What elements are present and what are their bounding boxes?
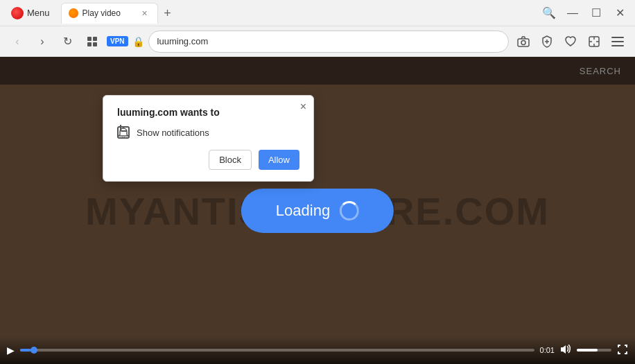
new-tab-button[interactable]: + <box>158 4 177 24</box>
tab-title: Play video <box>82 8 135 18</box>
title-bar: Menu Play video × + 🔍 — ☐ ✕ <box>0 0 635 26</box>
nav-bar: ‹ › ↻ VPN 🔒 luuming.com <box>0 26 635 57</box>
allow-button[interactable]: Allow <box>259 150 299 170</box>
menu-label: Menu <box>27 8 50 18</box>
svg-rect-1 <box>93 37 97 41</box>
play-button[interactable]: ▶ <box>7 345 15 356</box>
browser-window: Menu Play video × + 🔍 — ☐ ✕ ‹ › ↻ <box>0 0 635 364</box>
notification-icon <box>117 126 130 139</box>
site-search-label: SEARCH <box>580 66 621 76</box>
svg-rect-11 <box>611 45 624 46</box>
reload-button[interactable]: ↻ <box>57 31 78 52</box>
progress-handle[interactable] <box>31 347 37 354</box>
lock-icon: 🔒 <box>132 36 144 47</box>
permission-popup: × luuming.com wants to Show notification… <box>103 95 314 182</box>
address-bar[interactable]: luuming.com <box>148 31 509 53</box>
heart-icon-button[interactable] <box>560 31 581 52</box>
popup-close-button[interactable]: × <box>300 101 306 112</box>
popup-permission-row: Show notifications <box>117 126 299 139</box>
svg-rect-9 <box>611 37 624 38</box>
forward-button[interactable]: › <box>32 31 53 52</box>
loading-button[interactable]: Loading <box>241 189 394 233</box>
tabs-area: Play video × + <box>55 3 539 24</box>
progress-bar[interactable] <box>20 349 534 352</box>
back-button[interactable]: ‹ <box>7 31 28 52</box>
search-titlebar-button[interactable]: 🔍 <box>539 3 559 23</box>
volume-button[interactable] <box>560 345 571 356</box>
svg-rect-2 <box>87 42 92 46</box>
svg-rect-4 <box>518 39 529 46</box>
svg-point-5 <box>521 40 525 44</box>
grid-button[interactable] <box>82 31 103 52</box>
webpage-content: SEARCH MYANTISPYWARE.COM Loading ▶ 0:01 <box>0 57 635 364</box>
progress-fill <box>20 349 31 352</box>
loading-label: Loading <box>276 202 330 220</box>
volume-bar[interactable] <box>577 349 611 352</box>
nav-right-icons <box>513 31 628 52</box>
opera-menu-button[interactable]: Menu <box>6 4 55 22</box>
svg-rect-3 <box>93 42 97 46</box>
block-button[interactable]: Block <box>209 150 252 170</box>
fullscreen-button[interactable] <box>617 344 628 357</box>
active-tab[interactable]: Play video × <box>61 3 158 24</box>
time-display: 0:01 <box>540 346 555 354</box>
volume-fill <box>577 349 598 352</box>
svg-rect-10 <box>611 41 624 42</box>
loading-spinner <box>340 201 359 220</box>
video-controls: ▶ 0:01 <box>0 336 635 364</box>
shield-icon-button[interactable] <box>537 31 557 52</box>
camera-icon-button[interactable] <box>513 31 534 52</box>
permission-text: Show notifications <box>137 128 209 138</box>
vpn-badge: VPN <box>107 36 128 46</box>
popup-buttons: Block Allow <box>117 150 299 170</box>
menu-icon-button[interactable] <box>607 31 628 52</box>
tab-favicon <box>69 8 78 18</box>
popup-title: luuming.com wants to <box>117 107 299 118</box>
site-top-bar: SEARCH <box>0 57 635 85</box>
address-text: luuming.com <box>157 36 209 46</box>
titlebar-right: 🔍 — ☐ ✕ <box>539 3 629 23</box>
opera-logo <box>11 7 24 19</box>
minimize-button[interactable]: — <box>563 3 582 23</box>
close-window-button[interactable]: ✕ <box>610 3 629 23</box>
extensions-icon-button[interactable] <box>584 31 604 52</box>
svg-rect-0 <box>87 37 92 41</box>
restore-button[interactable]: ☐ <box>586 3 606 23</box>
tab-close-button[interactable]: × <box>139 8 150 19</box>
